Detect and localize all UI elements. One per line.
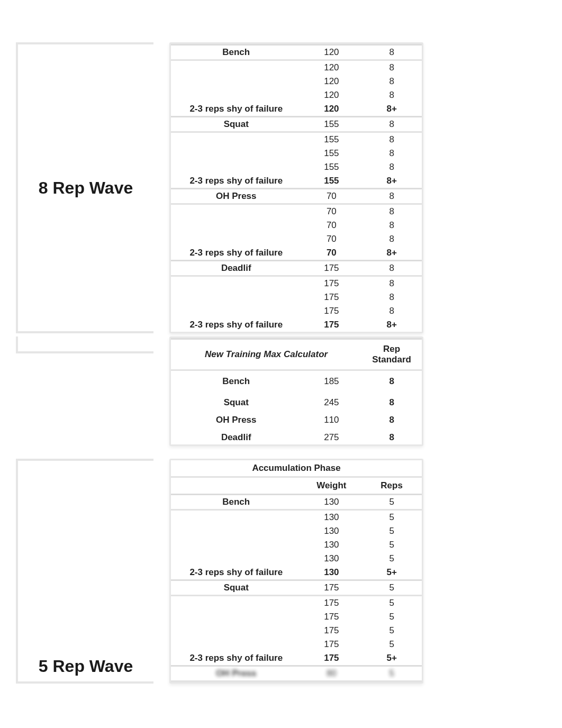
cell-weight: 175 [301, 610, 361, 624]
cell-reps: 8 [361, 232, 422, 246]
calculator-table: New Training Max Calculator Rep Standard… [169, 336, 423, 446]
cell-reps: 8 [361, 117, 422, 132]
cell-reps: 5 [361, 552, 422, 566]
cell-weight: 70 [301, 219, 361, 232]
cell-weight: 175 [301, 624, 361, 638]
calc-title: New Training Max Calculator [171, 339, 361, 370]
last-note: 2-3 reps shy of failure [171, 174, 301, 189]
cell-weight: 70 [301, 204, 361, 219]
last-note: 2-3 reps shy of failure [171, 566, 301, 580]
cell-weight: 120 [301, 102, 361, 117]
cell-weight: 155 [301, 147, 361, 160]
cell-weight: 130 [301, 538, 361, 552]
cell-weight: 130 [301, 510, 361, 525]
cell-weight: 70 [301, 232, 361, 246]
last-note: 2-3 reps shy of failure [171, 102, 301, 117]
cell-weight: 175 [301, 276, 361, 291]
calc-std: 8 [361, 370, 422, 393]
cell-reps: 5 [361, 524, 422, 538]
cell-reps: 5+ [361, 651, 422, 666]
cell-weight: 120 [301, 75, 361, 88]
ex-name: Squat [171, 392, 301, 413]
wave5-table: Accumulation Phase WeightReps Bench1305 … [169, 459, 423, 684]
last-note: 2-3 reps shy of failure [171, 246, 301, 261]
cell-reps: 8 [361, 261, 422, 276]
calc-std: 8 [361, 392, 422, 413]
ex-name: Bench [171, 495, 301, 510]
calc-stub [16, 336, 153, 353]
cell-weight: 130 [301, 524, 361, 538]
cell-reps: 8 [361, 45, 422, 60]
cell-reps: 5 [361, 624, 422, 638]
accum-title: Accumulation Phase [171, 460, 422, 477]
cell-weight: 155 [301, 174, 361, 189]
cell-reps: 8 [361, 276, 422, 291]
cell-reps: 8 [361, 160, 422, 174]
cell-reps: 5 [361, 538, 422, 552]
cell-weight: 175 [301, 318, 361, 332]
wave8-label: 8 Rep Wave [39, 178, 133, 198]
wave5-label: 5 Rep Wave [39, 657, 133, 676]
wave8-label-cell: 8 Rep Wave [16, 42, 153, 333]
ex-name: Squat [171, 580, 301, 596]
calc-val: 275 [301, 431, 361, 444]
cell-weight: 70 [301, 189, 361, 204]
cell-weight: 130 [301, 495, 361, 510]
cell-reps: 8+ [361, 246, 422, 261]
ex-name: Deadlif [171, 261, 301, 276]
cell-reps: 5 [361, 638, 422, 651]
cell-weight: 155 [301, 117, 361, 132]
ex-name: Deadlif [171, 431, 301, 444]
cell-weight: 175 [301, 596, 361, 611]
last-note: 2-3 reps shy of failure [171, 651, 301, 666]
calculator-row: New Training Max Calculator Rep Standard… [21, 336, 541, 446]
cell-weight: 70 [301, 246, 361, 261]
cell-weight: 175 [301, 290, 361, 304]
cell-weight: 175 [301, 638, 361, 651]
rep-standard-hdr: Rep Standard [361, 339, 422, 370]
cell-weight: 175 [301, 304, 361, 318]
cell-weight: 155 [301, 132, 361, 147]
cell-reps: 5 [361, 666, 422, 681]
cell-reps: 8 [361, 304, 422, 318]
cell-weight: 130 [301, 552, 361, 566]
cell-reps: 8 [361, 75, 422, 88]
cell-reps: 5+ [361, 566, 422, 580]
calc-val: 110 [301, 413, 361, 431]
ex-name: OH Press [171, 666, 301, 681]
last-note: 2-3 reps shy of failure [171, 318, 301, 332]
cell-weight: 175 [301, 261, 361, 276]
cell-reps: 8 [361, 189, 422, 204]
cell-reps: 8 [361, 204, 422, 219]
ex-name: OH Press [171, 413, 301, 431]
cell-reps: 8+ [361, 102, 422, 117]
reps-hdr: Reps [361, 477, 422, 495]
cell-weight: 120 [301, 60, 361, 75]
cell-reps: 8 [361, 219, 422, 232]
cell-reps: 5 [361, 610, 422, 624]
cell-weight: 120 [301, 45, 361, 60]
ex-name: Bench [171, 45, 301, 60]
calc-std: 8 [361, 413, 422, 431]
calc-std: 8 [361, 431, 422, 444]
cell-reps: 8 [361, 60, 422, 75]
cell-reps: 8 [361, 132, 422, 147]
ex-name: Squat [171, 117, 301, 132]
cell-reps: 8+ [361, 174, 422, 189]
cell-reps: 8 [361, 290, 422, 304]
wave5-label-cell: 5 Rep Wave [16, 459, 153, 684]
cell-reps: 8+ [361, 318, 422, 332]
ex-name: OH Press [171, 189, 301, 204]
cell-reps: 8 [361, 147, 422, 160]
cell-weight: 80 [301, 666, 361, 681]
wave5-row: 5 Rep Wave Accumulation Phase WeightReps… [21, 459, 541, 684]
cell-weight: 175 [301, 651, 361, 666]
wave8-table: Bench1208 1208 1208 1208 2-3 reps shy of… [169, 42, 423, 333]
calc-val: 245 [301, 392, 361, 413]
cell-reps: 8 [361, 88, 422, 102]
weight-hdr: Weight [301, 477, 361, 495]
cell-reps: 5 [361, 596, 422, 611]
cell-weight: 120 [301, 88, 361, 102]
ex-name: Bench [171, 370, 301, 393]
wave8-row: 8 Rep Wave Bench1208 1208 1208 1208 2-3 … [21, 42, 541, 333]
